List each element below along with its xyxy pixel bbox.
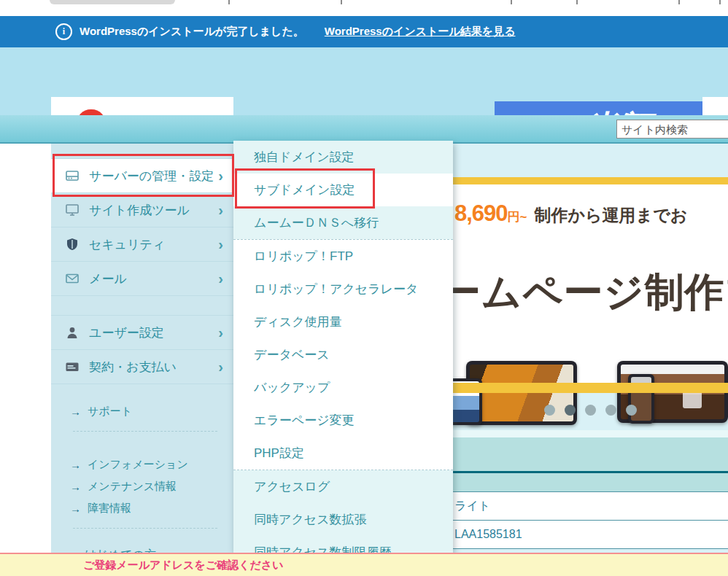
account-plan-cell: ライト xyxy=(453,492,728,521)
arrow-right-icon: → xyxy=(70,459,81,471)
submenu-item-disk-usage[interactable]: ディスク使用量 xyxy=(233,305,453,338)
server-management-submenu: 独自ドメイン設定 サブドメイン設定 ムームーＤＮＳへ移行 ロリポップ！FTP ロ… xyxy=(233,141,453,553)
account-table-subheader xyxy=(453,473,728,492)
browser-fragment xyxy=(511,0,512,4)
sidebar-item-mail[interactable]: メール › xyxy=(51,262,233,296)
promo-price-suffix: 円~ xyxy=(508,209,527,225)
arrow-right-icon: → xyxy=(70,502,81,515)
browser-fragment xyxy=(341,0,342,4)
wordpress-notification-bar: i WordPressのインストールが完了しました。 WordPressのインス… xyxy=(0,16,728,47)
header: LOLIPOP! by GMOペパボ .co.jp 約 半額 xyxy=(0,47,728,115)
sidebar-link-maintenance[interactable]: → メンテナンス情報 xyxy=(70,475,220,497)
browser-fragment xyxy=(719,0,721,4)
submenu-item-access-log[interactable]: アクセスログ xyxy=(233,470,453,503)
submenu-item-concurrent-access-expansion[interactable]: 同時アクセス数拡張 xyxy=(233,503,453,536)
submenu-item-concurrent-access-limit-history[interactable]: 同時アクセス数制限履歴 xyxy=(233,536,453,553)
promo-banner[interactable]: 8,690 円~ 制作から運用までお ームページ制作プ xyxy=(453,184,728,383)
server-icon xyxy=(64,169,80,182)
carousel-dot[interactable] xyxy=(585,405,596,416)
carousel-image-phone-right xyxy=(628,374,654,424)
search-input[interactable] xyxy=(616,120,728,139)
notice-text: ご登録メールアドレスをご確認ください xyxy=(83,559,284,572)
wordpress-result-link[interactable]: WordPressのインストール結果を見る xyxy=(325,25,516,39)
submenu-item-own-domain[interactable]: 独自ドメイン設定 xyxy=(233,141,453,174)
chevron-right-icon: › xyxy=(218,202,223,219)
carousel-dot[interactable] xyxy=(626,405,637,416)
promo-top-border xyxy=(453,177,728,184)
submenu-item-subdomain[interactable]: サブドメイン設定 xyxy=(233,174,453,206)
monitor-icon xyxy=(64,203,80,217)
account-id-cell: LAA1585181 xyxy=(453,521,728,549)
carousel-dot[interactable] xyxy=(605,405,616,416)
submenu-item-ftp[interactable]: ロリポップ！FTP xyxy=(233,240,453,273)
promo-headline: ームページ制作プ xyxy=(453,266,728,319)
mail-icon xyxy=(64,273,80,284)
chevron-right-icon: › xyxy=(218,236,223,253)
submenu-item-php-settings[interactable]: PHP設定 xyxy=(233,437,453,470)
sidebar-gap xyxy=(51,144,233,159)
chevron-right-icon: › xyxy=(218,168,223,184)
account-table-header xyxy=(453,437,728,471)
user-icon xyxy=(64,327,80,339)
browser-fragment xyxy=(576,0,578,4)
shield-icon xyxy=(64,238,80,251)
info-icon: i xyxy=(55,23,72,40)
account-table-strip xyxy=(453,430,728,437)
submenu-item-error-page[interactable]: エラーページ変更 xyxy=(233,404,453,437)
chevron-right-icon: › xyxy=(218,324,223,341)
promo-bottom-border xyxy=(453,383,728,393)
browser-fragment xyxy=(228,0,230,4)
sidebar-dashed-divider xyxy=(73,431,217,432)
browser-fragment xyxy=(678,0,680,4)
sidebar-link-support[interactable]: → サポート xyxy=(70,400,220,422)
main-content: 8,690 円~ 制作から運用までお ームページ制作プ ライト LAA15851… xyxy=(453,144,728,553)
arrow-right-icon: → xyxy=(70,480,81,493)
promo-price-line: 8,690 円~ 制作から運用までお xyxy=(454,201,687,227)
carousel-dots xyxy=(453,405,728,416)
submenu-item-backup[interactable]: バックアップ xyxy=(233,371,453,404)
credit-card-icon xyxy=(64,361,80,373)
notification-message: WordPressのインストールが完了しました。 xyxy=(80,25,304,39)
chevron-right-icon: › xyxy=(218,359,223,375)
sidebar-spacer xyxy=(51,296,233,316)
sidebar-link-incident-info[interactable]: → 障害情報 xyxy=(70,497,220,519)
chevron-right-icon: › xyxy=(218,271,223,287)
sidebar: サーバーの管理・設定 › サイト作成ツール › セキュリティ › メール › xyxy=(51,144,233,553)
arrow-right-icon: → xyxy=(70,405,81,418)
sidebar-link-beginners[interactable]: はじめての方へ xyxy=(70,540,220,553)
carousel-dot-active[interactable] xyxy=(565,405,576,416)
carousel-dot[interactable] xyxy=(544,405,555,416)
sidebar-item-security[interactable]: セキュリティ › xyxy=(51,227,233,262)
promo-lead-text: 制作から運用までお xyxy=(535,204,688,227)
browser-edge-strip xyxy=(0,0,728,16)
sidebar-item-contract-payment[interactable]: 契約・お支払い › xyxy=(51,350,233,384)
sidebar-item-user-settings[interactable]: ユーザー設定 › xyxy=(51,316,233,350)
submenu-item-accelerator[interactable]: ロリポップ！アクセラレータ xyxy=(233,273,453,305)
promo-price: 8,690 xyxy=(454,201,508,227)
sidebar-dashed-divider xyxy=(73,528,217,529)
submenu-item-muumuu-dns[interactable]: ムームーＤＮＳへ移行 xyxy=(233,206,453,239)
sidebar-item-server-management[interactable]: サーバーの管理・設定 › xyxy=(51,159,233,193)
sidebar-item-site-tools[interactable]: サイト作成ツール › xyxy=(51,193,233,227)
browser-fragment xyxy=(50,0,175,4)
submenu-item-database[interactable]: データベース xyxy=(233,338,453,371)
sidebar-link-information[interactable]: → インフォメーション xyxy=(70,454,220,475)
email-confirmation-notice: ご登録メールアドレスをご確認ください xyxy=(0,553,728,576)
